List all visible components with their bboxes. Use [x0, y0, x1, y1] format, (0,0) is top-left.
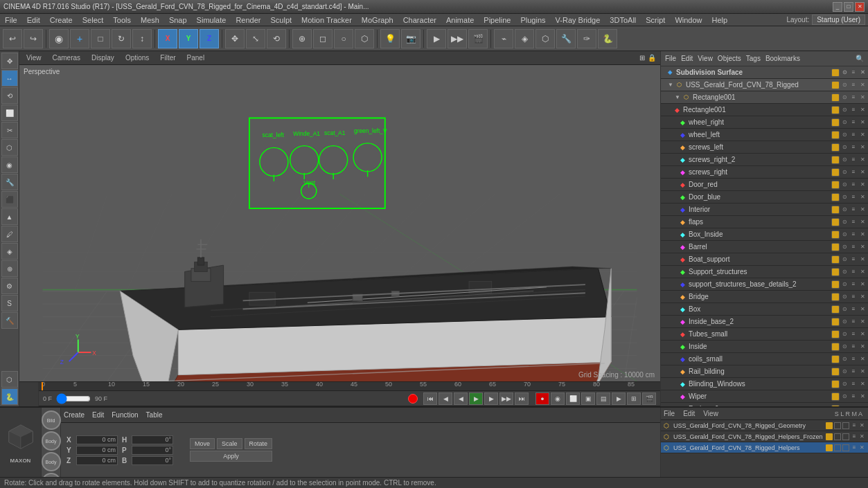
playback-opt-4[interactable]: ▣ [581, 392, 595, 405]
vp-tab-cameras[interactable]: Cameras [50, 54, 84, 62]
deform-button[interactable]: ⌁ [494, 29, 513, 48]
circle-btn-body[interactable]: Body [42, 431, 61, 451]
dot-12[interactable] [831, 255, 840, 264]
obj-row-boat_support[interactable]: ◆ Boat_support ⊙ ≡ ✕ [661, 253, 868, 266]
b-icon-ctrl-1[interactable]: ≡ [851, 422, 858, 429]
menu-window[interactable]: Window [673, 16, 704, 24]
br-tab-view[interactable]: View [703, 410, 718, 417]
ci-b-8[interactable]: ≡ [849, 206, 858, 214]
menu-script[interactable]: Script [644, 16, 667, 24]
menu-edit[interactable]: Edit [25, 16, 42, 24]
menu-sculpt[interactable]: Sculpt [268, 16, 294, 24]
ctrl-icon-3[interactable]: ✕ [858, 69, 867, 77]
ci-c-3[interactable]: ✕ [858, 143, 867, 152]
object-mode-button[interactable]: ◉ [49, 29, 69, 48]
ci-c-18[interactable]: ✕ [858, 330, 867, 338]
obj-row-support_structures_base_details_2[interactable]: ◆ support_structures_base_details_2 ⊙ ≡ … [661, 278, 868, 291]
ci-a-16[interactable]: ⊙ [840, 305, 849, 314]
frame-slider[interactable] [56, 395, 91, 402]
layout-value[interactable]: Startup (User) [812, 15, 865, 25]
obj-tab-file[interactable]: File [664, 55, 677, 62]
ci-c-11[interactable]: ✕ [858, 243, 867, 251]
dot-r1[interactable] [831, 93, 840, 102]
camera-button[interactable]: 📷 [401, 29, 420, 48]
playback-opt-3[interactable]: ⬜ [566, 392, 580, 405]
playback-opt-8[interactable]: 🎬 [642, 392, 656, 405]
viewport[interactable]: Perspective [19, 65, 660, 381]
ci-a-1[interactable]: ⊙ [840, 118, 849, 127]
obj-row-door_blue[interactable]: ◆ Door_blue ⊙ ≡ ✕ [661, 191, 868, 204]
y-axis-button[interactable]: Y [179, 29, 198, 48]
ci-c-0[interactable]: ✕ [858, 106, 867, 114]
ci-a-21[interactable]: ⊙ [840, 368, 849, 376]
ci-c-16[interactable]: ✕ [858, 305, 867, 314]
menu-help[interactable]: Help [710, 16, 730, 24]
next-play-button[interactable]: ▶ [484, 392, 498, 405]
menu-select[interactable]: Select [80, 16, 106, 24]
playback-opt-2[interactable]: ◉ [551, 392, 565, 405]
dot-1[interactable] [831, 118, 840, 127]
ci-c-1[interactable]: ✕ [858, 118, 867, 127]
menu-character[interactable]: Character [401, 16, 439, 24]
vp-tab-filter[interactable]: Filter [157, 54, 178, 62]
ci-b-13[interactable]: ≡ [849, 268, 858, 276]
light-button[interactable]: 💡 [380, 29, 400, 48]
render-to-po-button[interactable]: 🎬 [468, 29, 488, 48]
obj-row-blinding_windows[interactable]: ◆ Blinding_Windows ⊙ ≡ ✕ [661, 378, 868, 390]
select-button[interactable]: □ [91, 29, 110, 48]
ci-a-0[interactable]: ⊙ [840, 106, 849, 114]
dot-7[interactable] [831, 193, 840, 201]
dot-21[interactable] [831, 368, 840, 376]
dot-5[interactable] [831, 168, 840, 177]
b-dot-2[interactable] [834, 422, 841, 429]
play-button[interactable]: ▶ [469, 392, 483, 405]
obj-row-wiper[interactable]: ◆ Wiper ⊙ ≡ ✕ [661, 390, 868, 403]
undo-button[interactable]: ↩ [3, 29, 22, 48]
timeline-ruler[interactable]: 0 5 10 15 20 25 30 35 40 45 50 [39, 382, 660, 391]
b-dot-9[interactable] [842, 444, 849, 451]
left-tool-10[interactable]: ▲ [1, 208, 18, 225]
b-icon-ctrl-5[interactable]: ≡ [851, 444, 858, 451]
menu-mograph[interactable]: MoGraph [360, 16, 396, 24]
playback-opt-6[interactable]: ▶ [612, 392, 626, 405]
ci-b-21[interactable]: ≡ [849, 368, 858, 376]
dot-20[interactable] [831, 355, 840, 363]
dot-root-1[interactable] [831, 81, 840, 89]
obj-tab-objects[interactable]: Objects [716, 55, 743, 62]
ci-c-8[interactable]: ✕ [858, 206, 867, 214]
obj-row-subdivision[interactable]: ◈ Subdivision Surface ⊙ ≡ ✕ [661, 66, 868, 79]
ci-c-20[interactable]: ✕ [858, 355, 867, 363]
b-icon-ctrl-2[interactable]: ✕ [858, 422, 865, 429]
left-tool-5[interactable]: ✂ [1, 122, 18, 138]
left-tool-14[interactable]: ⚙ [1, 278, 18, 294]
ci-a-19[interactable]: ⊙ [840, 343, 849, 351]
left-tool-2[interactable]: ↔ [1, 70, 18, 87]
left-tool-bottom-2[interactable]: 🐍 [1, 388, 18, 405]
obj-row-flaps[interactable]: ◆ flaps ⊙ ≡ ✕ [661, 216, 868, 228]
obj-row-rectangle001[interactable]: ▼ ⬡ Rectangle001 ⊙ ≡ ✕ [661, 91, 868, 104]
obj-row-wheel_right[interactable]: ◆ wheel_right ⊙ ≡ ✕ [661, 116, 868, 129]
shader-button[interactable]: ⬡ [535, 29, 555, 48]
ci-b-12[interactable]: ≡ [849, 255, 858, 264]
left-tool-15[interactable]: S [1, 295, 18, 311]
menu-mesh[interactable]: Mesh [139, 16, 161, 24]
ci-b-10[interactable]: ≡ [849, 231, 858, 239]
obj-tab-view[interactable]: View [696, 55, 714, 62]
render-full-button[interactable]: ▶▶ [448, 29, 467, 48]
left-tool-13[interactable]: ⊕ [1, 260, 18, 277]
menu-motion-tracker[interactable]: Motion Tracker [299, 16, 354, 24]
redo-button[interactable]: ↪ [24, 29, 43, 48]
ci-2[interactable]: ≡ [849, 93, 858, 102]
ci-3[interactable]: ✕ [858, 93, 867, 102]
obj-row-door_red[interactable]: ◆ Door_red ⊙ ≡ ✕ [661, 179, 868, 191]
left-tool-9[interactable]: ⬛ [1, 191, 18, 208]
plugin-btn[interactable]: 🐍 [598, 29, 617, 48]
sculpt-btn[interactable]: ✑ [577, 29, 596, 48]
obj-tab-bookmarks[interactable]: Bookmarks [764, 55, 801, 62]
ci-a-8[interactable]: ⊙ [840, 206, 849, 214]
cube-button[interactable]: ◻ [313, 29, 333, 48]
obj-row-wheel_left[interactable]: ◆ wheel_left ⊙ ≡ ✕ [661, 129, 868, 141]
obj-row-box_inside[interactable]: ◆ Box_Inside ⊙ ≡ ✕ [661, 228, 868, 241]
btn-function[interactable]: Function [112, 411, 138, 419]
menu-vray[interactable]: V-Ray Bridge [553, 16, 603, 24]
